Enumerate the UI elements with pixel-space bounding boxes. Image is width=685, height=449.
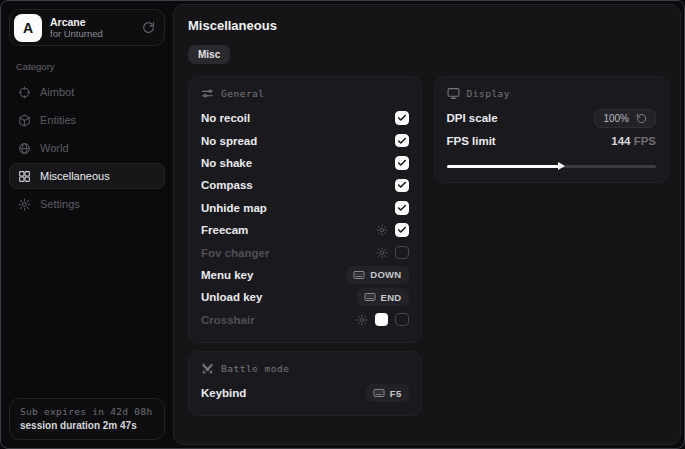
display-panel: Display DPI scale 100% FPS limit <box>434 76 670 183</box>
menu-keybind-button[interactable]: DOWN <box>346 266 408 284</box>
fov-changer-checkbox[interactable] <box>395 246 409 260</box>
fov-settings-gear-icon[interactable] <box>376 247 388 259</box>
battle-mode-panel: Battle mode Keybind F5 <box>188 351 422 416</box>
monitor-icon <box>447 87 460 100</box>
freecam-settings-gear-icon[interactable] <box>376 224 388 236</box>
sidebar-item-label: Aimbot <box>40 86 74 98</box>
sidebar-item-label: Settings <box>40 198 80 210</box>
tab-misc[interactable]: Misc <box>188 45 230 64</box>
row-freecam: Freecam <box>201 219 409 241</box>
row-unload-key: Unload key END <box>201 286 409 308</box>
sidebar-item-label: Miscellaneous <box>40 170 110 182</box>
compass-checkbox[interactable] <box>395 179 409 193</box>
sliders-icon <box>201 87 214 100</box>
grid-icon <box>18 170 31 183</box>
panel-title-display: Display <box>467 88 511 99</box>
logo-card: A Arcane for Unturned <box>9 9 165 46</box>
row-compass: Compass <box>201 174 409 196</box>
cube-icon <box>18 114 31 127</box>
app-title: Arcane <box>50 16 103 29</box>
crosshair-settings-gear-icon[interactable] <box>356 314 368 326</box>
main-content: Miscellaneous Misc General No recoil <box>173 4 681 445</box>
sync-icon[interactable] <box>142 21 155 34</box>
crosshair-checkbox[interactable] <box>395 313 409 327</box>
session-duration-text: session duration 2m 47s <box>20 420 154 431</box>
app-window: A Arcane for Unturned Category Aimbot <box>0 0 685 449</box>
sidebar-item-label: World <box>40 142 69 154</box>
sidebar-item-world[interactable]: World <box>9 135 165 161</box>
avatar: A <box>14 14 42 42</box>
fps-limit-value: 144 FPS <box>611 135 656 147</box>
crosshair-icon <box>18 86 31 99</box>
slider-fill <box>447 165 560 168</box>
sidebar-item-entities[interactable]: Entities <box>9 107 165 133</box>
keyboard-icon <box>364 291 376 303</box>
slider-thumb[interactable] <box>558 162 565 170</box>
sub-expiry-text: Sub expires in 42d 08h <box>20 406 154 417</box>
row-unhide-map: Unhide map <box>201 197 409 219</box>
battle-keybind-button[interactable]: F5 <box>366 384 409 402</box>
sidebar-item-aimbot[interactable]: Aimbot <box>9 79 165 105</box>
dpi-scale-control[interactable]: 100% <box>594 109 656 128</box>
row-menu-key: Menu key DOWN <box>201 264 409 286</box>
keyboard-icon <box>353 269 365 281</box>
row-fov-changer: Fov changer <box>201 241 409 263</box>
fps-limit-slider[interactable] <box>447 161 657 171</box>
gear-icon <box>18 198 31 211</box>
row-no-recoil: No recoil <box>201 107 409 129</box>
no-shake-checkbox[interactable] <box>395 156 409 170</box>
sidebar-item-miscellaneous[interactable]: Miscellaneous <box>9 163 165 189</box>
category-label: Category <box>16 61 158 72</box>
page-title: Miscellaneous <box>188 18 669 33</box>
freecam-checkbox[interactable] <box>395 223 409 237</box>
reset-icon[interactable] <box>636 113 647 124</box>
swords-icon <box>201 362 214 375</box>
row-keybind: Keybind F5 <box>201 382 409 404</box>
dpi-scale-value: 100% <box>603 113 629 124</box>
panel-title-general: General <box>221 88 265 99</box>
tab-bar: Misc <box>188 44 669 64</box>
sidebar-item-label: Entities <box>40 114 76 126</box>
sidebar: A Arcane for Unturned Category Aimbot <box>1 1 173 448</box>
no-recoil-checkbox[interactable] <box>395 111 409 125</box>
general-panel: General No recoil No spread No shake <box>188 76 422 343</box>
unhide-map-checkbox[interactable] <box>395 201 409 215</box>
crosshair-color-swatch[interactable] <box>375 313 389 327</box>
sidebar-nav: Aimbot Entities World Miscellaneous <box>9 79 165 217</box>
row-dpi-scale: DPI scale 100% <box>447 107 657 129</box>
globe-icon <box>18 142 31 155</box>
unload-keybind-button[interactable]: END <box>357 288 409 306</box>
no-spread-checkbox[interactable] <box>395 134 409 148</box>
row-no-spread: No spread <box>201 129 409 151</box>
row-fps-limit: FPS limit 144 FPS <box>447 129 657 151</box>
row-crosshair: Crosshair <box>201 309 409 331</box>
subscription-status-card: Sub expires in 42d 08h session duration … <box>9 398 165 440</box>
row-no-shake: No shake <box>201 152 409 174</box>
keyboard-icon <box>373 387 385 399</box>
sidebar-item-settings[interactable]: Settings <box>9 191 165 217</box>
panel-title-battle-mode: Battle mode <box>221 363 289 374</box>
app-subtitle: for Unturned <box>50 28 103 39</box>
